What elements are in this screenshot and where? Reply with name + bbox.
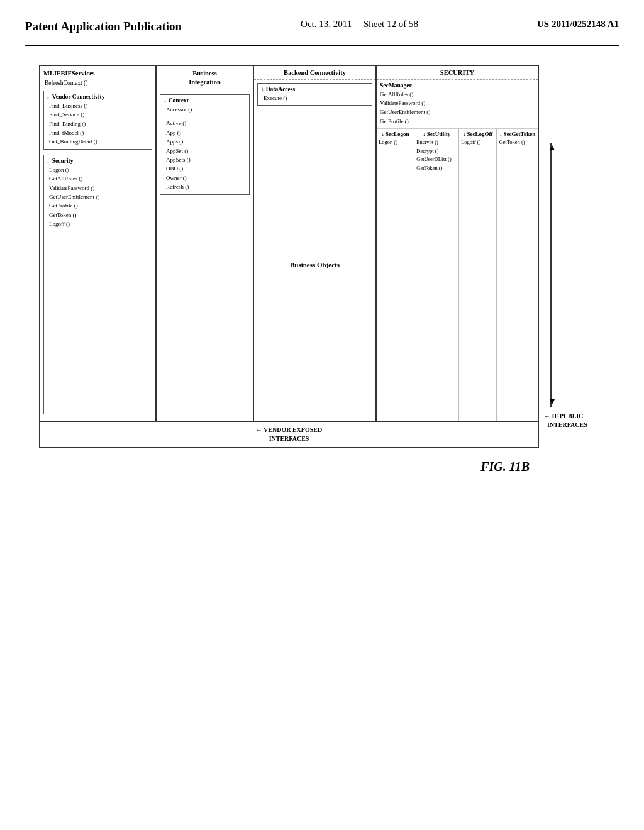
getallroles-c1: GetAllRoles () (49, 174, 149, 183)
seclogoff-items: Logoff () (461, 138, 494, 147)
owner: Owner () (166, 174, 246, 182)
vendor-connectivity-header: ↓ Vendor Connectivity (47, 94, 149, 100)
security-header-c1: ↓ Security (47, 158, 149, 164)
page: Patent Application Publication Oct. 13, … (0, 0, 644, 493)
up-arrow-head: ▲ (548, 143, 557, 153)
seclogon-title: SecLogon (386, 131, 409, 137)
sheet-info: Sheet 12 of 58 (364, 19, 418, 29)
backend-content: ↓ DataAccess Execute () (254, 80, 375, 109)
app: App () (166, 128, 246, 137)
dataaccess-header: ↓ DataAccess (261, 86, 369, 92)
context-arrow: ↓ (164, 97, 167, 104)
patent-num-text: US 2011/0252148 A1 (537, 19, 619, 29)
backend-title: Backend Connectivity (254, 66, 375, 80)
refresh: Refresh () (166, 182, 246, 191)
seclogoff-title: SecLogOff (467, 131, 493, 137)
decrypt: Decrypt () (416, 147, 457, 156)
secmanager-area: SecManager GetAllRoles () ValidatePasswo… (377, 80, 538, 130)
context-title: Context (169, 97, 189, 104)
secutility-header: ↓ SecUtility (416, 131, 457, 138)
get-binding-detail: Get_BindingDetail () (49, 137, 149, 146)
col-mlifbif: MLIFBIFServices RefreshContext () ↓ Vend… (40, 66, 157, 421)
biz-int-content: ↓ Context Accessor () Active () App () A… (157, 91, 253, 421)
vendor-exposed-label: ← VENDOR EXPOSEDINTERFACES (40, 421, 538, 447)
col-if-public: ▲ ▼ ← IF PUBLIC INTERFACES (539, 65, 605, 448)
down-arrow-tail: ▼ (548, 397, 557, 407)
fig-label-text: FIG. 11B (480, 460, 530, 473)
publication-title: Patent Application Publication (25, 19, 182, 35)
if-public-arrow-area: ▲ ▼ (544, 143, 552, 407)
vertical-line: ▲ ▼ (550, 143, 552, 407)
appsets: AppSets () (166, 155, 246, 164)
col-business-int: BusinessIntegration ↓ Context Accessor (… (157, 66, 254, 421)
gettoken-c1: GetToken () (49, 211, 149, 219)
seclogoff-header: ↓ SecLogOff (461, 131, 494, 138)
biz-objects-area: Business Objects (254, 109, 375, 421)
find-tmodel: Find_tModel () (49, 128, 149, 137)
encrypt: Encrypt () (416, 138, 457, 147)
seclogoff-arrow: ↓ (463, 131, 466, 137)
getuserentitlement-sec: GetUserEntitlement () (380, 108, 535, 116)
sec-arrow-c1: ↓ (47, 158, 50, 164)
diagram-area: MLIFBIFServices RefreshContext () ↓ Vend… (25, 65, 619, 474)
execute: Execute () (264, 94, 369, 102)
validatepassword-sec: ValidatePassword () (380, 99, 535, 108)
seclogon-arrow: ↓ (382, 131, 385, 137)
accessor: Accessor () (166, 105, 246, 114)
security-box-c1: ↓ Security Logon () GetAllRoles () Valid… (43, 155, 152, 414)
patent-number: US 2011/0252148 A1 (537, 19, 619, 30)
security-main-title: SECURITY (377, 66, 538, 80)
seclogoff-col: ↓ SecLogOff Logoff () (459, 129, 497, 420)
secutility-title: SecUtility (427, 131, 451, 137)
seclogon-col: ↓ SecLogon Logon () (377, 129, 414, 420)
context-items: Accessor () Active () App () Apps () App… (164, 105, 246, 192)
refresh-context: RefreshContext () (43, 79, 152, 88)
vendor-connectivity-box: ↓ Vendor Connectivity Find_Business () F… (43, 91, 152, 150)
dataaccess-box: ↓ DataAccess Execute () (257, 83, 372, 106)
secutility-items: Encrypt () Decrypt () GetUserDList () Ge… (416, 138, 457, 172)
secgettoken-header: ↓ SecGetToken (499, 131, 536, 138)
date-sheet: Oct. 13, 2011 Sheet 12 of 58 (301, 19, 418, 30)
dataaccess-title: DataAccess (266, 86, 295, 92)
outer-left-box: MLIFBIFServices RefreshContext () ↓ Vend… (39, 65, 539, 448)
secutility-arrow: ↓ (423, 131, 426, 137)
dataaccess-arrow: ↓ (261, 86, 264, 92)
getuserdlist: GetUserDList () (416, 155, 457, 164)
secmanager-items: GetAllRoles () ValidatePassword () GetUs… (380, 90, 535, 126)
logoff-c1: Logoff () (49, 219, 149, 228)
dataaccess-items: Execute () (261, 94, 369, 102)
biz-int-title: BusinessIntegration (157, 66, 253, 91)
secmanager-title: SecManager (380, 82, 535, 89)
sec-title-c1: Security (52, 158, 74, 164)
pub-title-text: Patent Application Publication (25, 19, 182, 33)
vc-title: Vendor Connectivity (52, 94, 105, 100)
secgettoken-title: SecGetToken (504, 131, 536, 137)
active: Active () (166, 119, 246, 128)
vc-arrow: ↓ (47, 94, 50, 100)
obo: OBO () (166, 164, 246, 173)
security-subcols: ↓ SecLogon Logon () ↓ (377, 129, 538, 420)
getuserentitlement-c1: GetUserEntitlement () (49, 192, 149, 201)
getprofile-sec: GetProfile () (380, 117, 535, 126)
col-security: SECURITY SecManager GetAllRoles () Valid… (377, 66, 538, 421)
if-public-section: ▲ ▼ ← IF PUBLIC INTERFACES (544, 143, 605, 429)
find-business: Find_Business () (49, 101, 149, 110)
secgettoken-items: GetToken () (499, 138, 536, 147)
appset: AppSet () (166, 147, 246, 155)
getallroles-sec: GetAllRoles () (380, 90, 535, 99)
find-binding: Find_Binding () (49, 119, 149, 128)
secgettoken-col: ↓ SecGetToken GetToken () (497, 129, 538, 420)
logon-sec: Logon () (379, 138, 412, 147)
logon-c1: Logon () (49, 165, 149, 174)
secgettoken-arrow: ↓ (499, 131, 502, 137)
validatepassword-c1: ValidatePassword () (49, 184, 149, 192)
logoff-sec: Logoff () (461, 138, 494, 147)
secutility-col: ↓ SecUtility Encrypt () Decrypt () GetUs… (414, 129, 459, 420)
context-box: ↓ Context Accessor () Active () App () A… (160, 94, 250, 195)
gettoken-sec: GetToken () (416, 164, 457, 173)
seclogon-header: ↓ SecLogon (379, 131, 412, 138)
main-diagram: MLIFBIFServices RefreshContext () ↓ Vend… (39, 65, 605, 448)
seclogon-items: Logon () (379, 138, 412, 147)
if-public-label: ← IF PUBLIC INTERFACES (544, 407, 587, 429)
vc-items: Find_Business () Find_Service () Find_Bi… (47, 101, 149, 147)
